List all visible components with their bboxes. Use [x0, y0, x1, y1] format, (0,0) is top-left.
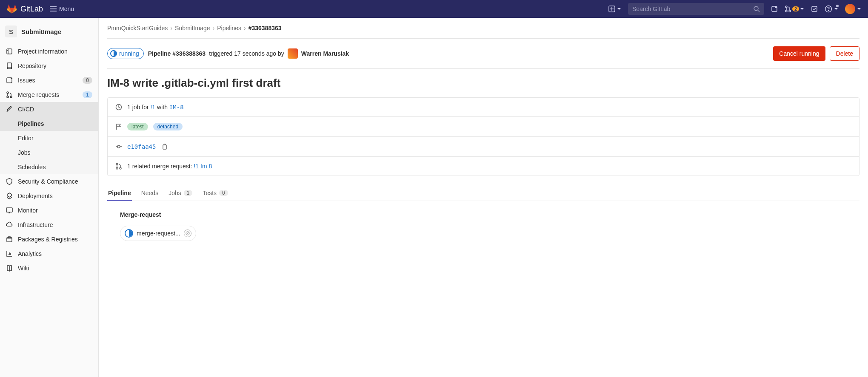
pipeline-tabs: Pipeline Needs Jobs1 Tests0 — [107, 185, 859, 201]
sidebar-item-deployments[interactable]: Deployments — [0, 189, 98, 203]
notification-dot-icon — [836, 5, 839, 7]
mr-count-badge: 2 — [792, 6, 799, 11]
running-status-icon — [110, 50, 117, 57]
plus-square-icon — [608, 6, 615, 12]
avatar — [288, 48, 298, 59]
svg-rect-26 — [163, 145, 166, 149]
sidebar-item-repository[interactable]: Repository — [0, 59, 98, 73]
help-dropdown[interactable] — [825, 5, 838, 13]
project-avatar: S — [5, 26, 17, 37]
avatar — [845, 4, 855, 14]
pipeline-details-card: 1 job for !1 with IM-8 latest detached e… — [107, 97, 859, 176]
related-mr-link[interactable]: !1 Im 8 — [194, 163, 212, 170]
tab-jobs[interactable]: Jobs1 — [168, 185, 193, 201]
sidebar-item-packages[interactable]: Packages & Registries — [0, 232, 98, 247]
sidebar-item-cicd[interactable]: CI/CD — [0, 102, 98, 116]
hamburger-icon — [50, 6, 57, 12]
breadcrumb-item[interactable]: Pipelines — [217, 25, 241, 31]
branch-link[interactable]: IM-8 — [169, 104, 184, 111]
svg-point-28 — [116, 167, 118, 169]
search-input[interactable] — [632, 6, 753, 12]
tab-pipeline[interactable]: Pipeline — [107, 185, 132, 201]
job-pill[interactable]: merge-request... — [120, 226, 196, 241]
sidebar-sub-jobs[interactable]: Jobs — [0, 145, 98, 160]
cancel-running-button[interactable]: Cancel running — [773, 46, 825, 61]
svg-point-27 — [116, 163, 118, 165]
menu-button[interactable]: Menu — [50, 6, 74, 12]
latest-tag: latest — [127, 123, 148, 130]
plus-dropdown[interactable] — [608, 6, 621, 12]
tab-tests[interactable]: Tests0 — [202, 185, 228, 201]
chevron-down-icon — [834, 7, 838, 11]
project-header[interactable]: S SubmitImage — [0, 21, 98, 42]
issues-shortcut[interactable] — [771, 6, 778, 12]
detached-tag: detached — [153, 123, 183, 130]
merge-requests-shortcut[interactable]: 2 — [785, 6, 804, 12]
user-name-link[interactable]: Warren Marusiak — [301, 50, 349, 57]
svg-point-6 — [754, 6, 758, 11]
pipeline-header: running Pipeline #336388363 triggered 17… — [107, 39, 859, 69]
status-badge[interactable]: running — [107, 48, 144, 59]
sidebar-item-merge-requests[interactable]: Merge requests 1 — [0, 88, 98, 102]
copy-sha-button[interactable] — [161, 143, 168, 150]
gitlab-logo-icon — [7, 4, 17, 14]
breadcrumb: PmmQuickStartGuides › SubmitImage › Pipe… — [107, 25, 859, 39]
cloud-gear-icon — [6, 221, 13, 228]
book-icon — [6, 265, 13, 272]
sidebar-item-wiki[interactable]: Wiki — [0, 261, 98, 275]
svg-rect-2 — [50, 11, 57, 11]
delete-button[interactable]: Delete — [830, 46, 859, 61]
triggered-text: triggered 17 seconds ago by — [209, 50, 284, 57]
tab-needs[interactable]: Needs — [140, 185, 159, 201]
gitlab-logo[interactable]: GitLab — [7, 4, 43, 14]
shield-icon — [6, 178, 13, 185]
search-box[interactable] — [628, 3, 764, 15]
running-status-icon — [125, 229, 133, 238]
menu-label: Menu — [59, 6, 74, 12]
svg-point-11 — [789, 10, 791, 12]
svg-point-20 — [7, 96, 9, 98]
breadcrumb-item[interactable]: PmmQuickStartGuides — [107, 25, 168, 31]
svg-rect-22 — [6, 208, 12, 212]
chevron-down-icon — [857, 7, 861, 11]
svg-point-14 — [828, 10, 828, 11]
monitor-icon — [6, 207, 13, 214]
mr-count-badge: 1 — [83, 91, 92, 98]
info-icon — [6, 48, 13, 55]
svg-rect-23 — [7, 238, 12, 242]
search-icon — [753, 6, 760, 12]
svg-line-7 — [758, 10, 760, 12]
gitlab-logo-text: GitLab — [20, 5, 43, 14]
chevron-down-icon — [617, 7, 621, 11]
svg-rect-0 — [50, 6, 57, 7]
clock-icon — [115, 104, 122, 111]
svg-point-29 — [120, 167, 121, 169]
svg-rect-1 — [50, 9, 57, 9]
breadcrumb-current: #336388363 — [248, 25, 282, 31]
todos-shortcut[interactable] — [811, 6, 818, 12]
sidebar-sub-editor[interactable]: Editor — [0, 131, 98, 145]
help-icon — [825, 5, 832, 13]
cancel-job-icon[interactable] — [184, 230, 191, 237]
sidebar-item-security[interactable]: Security & Compliance — [0, 174, 98, 189]
pipeline-id: Pipeline #336388363 — [148, 50, 206, 57]
merge-request-icon — [6, 91, 13, 98]
jobs-count-badge: 1 — [184, 190, 193, 196]
user-menu[interactable] — [845, 4, 861, 14]
project-name: SubmitImage — [21, 28, 61, 35]
sidebar-item-analytics[interactable]: Analytics — [0, 247, 98, 261]
sidebar-item-project-info[interactable]: Project information — [0, 44, 98, 59]
commit-sha-link[interactable]: e10faa45 — [127, 143, 156, 150]
sidebar-item-monitor[interactable]: Monitor — [0, 203, 98, 218]
sidebar-item-issues[interactable]: Issues 0 — [0, 73, 98, 88]
mr-link[interactable]: !1 — [150, 104, 155, 111]
sidebar-item-infrastructure[interactable]: Infrastructure — [0, 218, 98, 232]
svg-rect-16 — [7, 63, 11, 69]
breadcrumb-item[interactable]: SubmitImage — [175, 25, 210, 31]
page-title: IM-8 write .gitlab-ci.yml first draft — [107, 69, 859, 97]
sidebar-sub-schedules[interactable]: Schedules — [0, 160, 98, 174]
svg-point-9 — [785, 6, 787, 8]
job-name: merge-request... — [137, 230, 180, 237]
sidebar-sub-pipelines[interactable]: Pipelines — [0, 116, 98, 131]
todo-icon — [811, 6, 818, 12]
